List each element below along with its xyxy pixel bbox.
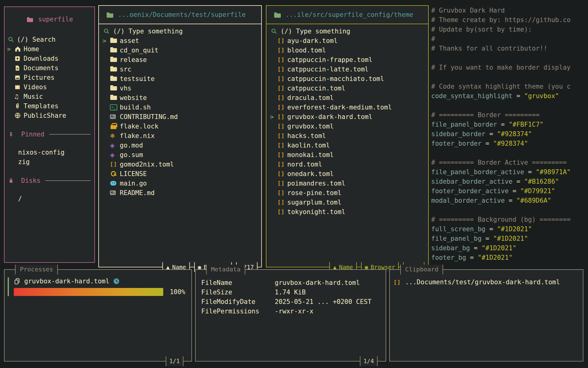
sidebar-item-downloads[interactable]: Downloads: [5, 54, 94, 63]
file-name: build.sh: [120, 104, 151, 111]
panel-search-input[interactable]: (/) Type something: [266, 26, 428, 36]
file-name: monokai.toml: [287, 151, 334, 159]
file-icon: [110, 159, 120, 169]
file-name: go.mod: [120, 142, 143, 149]
process-item[interactable]: gruvbox-dark-hard.toml 100%: [5, 270, 191, 296]
file-row[interactable]: CONTRIBUTING.md: [99, 112, 261, 121]
sidebar-item-templates[interactable]: Templates: [5, 101, 94, 111]
downloads-icon: [14, 56, 24, 62]
file-list: ayu-dark.toml blood.toml catppuccin-frap…: [266, 36, 428, 217]
file-icon: [277, 169, 287, 178]
preview-line: # If you want to make border display: [431, 64, 588, 73]
file-row[interactable]: onedark.toml: [266, 169, 428, 178]
preview-line: [431, 149, 588, 159]
sidebar-search-input[interactable]: (/) Search: [5, 35, 94, 44]
metadata-row: FileSize 1.74 KiB: [196, 287, 386, 297]
clipboard-item[interactable]: [] ...Documents/test/gruvbox-dark-hard.t…: [390, 278, 583, 286]
file-row[interactable]: > asset: [99, 36, 261, 45]
sidebar-item-pictures[interactable]: Pictures: [5, 73, 94, 82]
file-row[interactable]: hacks.toml: [266, 131, 428, 140]
preview-line: # Code syntax highlight theme (you c: [431, 83, 588, 92]
file-row[interactable]: main.go: [99, 178, 261, 188]
file-row[interactable]: sugarplum.toml: [266, 197, 428, 207]
search-placeholder: (/) Type something: [281, 28, 350, 35]
metadata-value: -rwxr-xr-x: [275, 308, 313, 315]
file-row[interactable]: testsuite: [99, 74, 261, 83]
file-icon: [277, 64, 287, 74]
sidebar-item-publicshare[interactable]: PublicShare: [5, 111, 94, 120]
file-name: catppuccin-frappe.toml: [287, 56, 372, 63]
file-name: hacks.toml: [287, 132, 326, 140]
pinned-item[interactable]: nixos-config: [5, 148, 94, 157]
file-row[interactable]: go.sum: [99, 150, 261, 159]
processes-panel: Processes gruvbox-dark-hard.toml 100% 1/…: [4, 269, 192, 362]
file-name: testsuite: [120, 75, 155, 82]
file-row[interactable]: ayu-dark.toml: [266, 36, 428, 45]
file-row[interactable]: tokyonight.toml: [266, 207, 428, 217]
disk-item[interactable]: /: [5, 194, 94, 203]
sidebar-item-label: Home: [24, 45, 39, 53]
panel-search-input[interactable]: (/) Type something: [99, 26, 261, 36]
disks-header-label: Disks: [21, 177, 40, 184]
pinned-item[interactable]: zig: [5, 157, 94, 167]
paperclip-icon: [14, 103, 24, 109]
document-icon: [14, 65, 24, 71]
file-row[interactable]: blood.toml: [266, 45, 428, 55]
sidebar-item-label: Pictures: [24, 74, 55, 81]
file-row[interactable]: catppuccin-latte.toml: [266, 64, 428, 74]
file-row[interactable]: dracula.toml: [266, 93, 428, 102]
file-row[interactable]: rose-pine.toml: [266, 188, 428, 197]
file-row[interactable]: go.mod: [99, 140, 261, 150]
preview-line: modal_border_active = "#689D6A": [431, 197, 588, 206]
file-name: src: [120, 66, 131, 73]
sidebar-item-videos[interactable]: Videos: [5, 82, 94, 92]
file-row[interactable]: catppuccin.toml: [266, 83, 428, 93]
file-icon: [110, 140, 120, 150]
file-row[interactable]: everforest-dark-medium.toml: [266, 102, 428, 112]
file-row[interactable]: kaolin.toml: [266, 140, 428, 150]
file-row[interactable]: > gruvbox-dark-hard.toml: [266, 112, 428, 121]
panel-path: ...ile/src/superfile_config/theme: [285, 11, 413, 18]
file-name: gruvbox.toml: [287, 123, 334, 130]
image-icon: [14, 75, 24, 81]
search-icon: [8, 36, 17, 43]
file-name: poimandres.toml: [287, 180, 345, 187]
sidebar-search-label: (/) Search: [17, 36, 55, 43]
file-name: gruvbox-dark-hard.toml: [287, 113, 372, 121]
file-row[interactable]: build.sh: [99, 102, 261, 112]
disks-section-header: Disks: [8, 176, 91, 185]
file-icon: [110, 131, 120, 140]
pinned-section-header: Pinned: [8, 129, 91, 139]
file-panel-2-active: ...ile/src/superfile_config/theme (/) Ty…: [266, 5, 429, 267]
selection-arrow: >: [102, 37, 110, 44]
file-icon: [277, 197, 287, 207]
file-row[interactable]: gomod2nix.toml: [99, 159, 261, 169]
file-row[interactable]: catppuccin-macchiato.toml: [266, 74, 428, 83]
clipboard-item-path: ...Documents/test/gruvbox-dark-hard.toml: [405, 278, 560, 286]
file-row[interactable]: README.md: [99, 188, 261, 197]
file-row[interactable]: monokai.toml: [266, 150, 428, 159]
file-row[interactable]: poimandres.toml: [266, 178, 428, 188]
file-row[interactable]: release: [99, 55, 261, 64]
metadata-row: FilePermissions -rwxr-xr-x: [196, 306, 386, 316]
file-row[interactable]: flake.nix: [99, 131, 261, 140]
file-row[interactable]: cd_on_quit: [99, 45, 261, 55]
file-row[interactable]: gruvbox.toml: [266, 121, 428, 131]
metadata-panel: Metadata FileName gruvbox-dark-hard.toml…: [195, 269, 386, 362]
file-row[interactable]: LICENSE: [99, 169, 261, 178]
sidebar-item-home[interactable]: > Home: [5, 44, 94, 54]
process-active-indicator: [8, 277, 9, 296]
file-icon: [110, 36, 120, 45]
file-row[interactable]: website: [99, 93, 261, 102]
file-row[interactable]: nord.toml: [266, 159, 428, 169]
file-row[interactable]: vhs: [99, 83, 261, 93]
toml-file-icon: []: [394, 279, 401, 286]
metadata-value: 2025-05-21 ... +0200 CEST: [275, 298, 371, 305]
file-row[interactable]: catppuccin-frappe.toml: [266, 55, 428, 64]
file-row[interactable]: src: [99, 64, 261, 74]
file-row[interactable]: flake.lock: [99, 121, 261, 131]
file-panel-2-header: ...ile/src/superfile_config/theme: [266, 6, 428, 24]
file-panel-1-header: ...oenix/Documents/test/superfile: [99, 6, 261, 24]
sidebar-item-documents[interactable]: Documents: [5, 63, 94, 73]
sidebar-item-music[interactable]: ♫ Music: [5, 92, 94, 101]
